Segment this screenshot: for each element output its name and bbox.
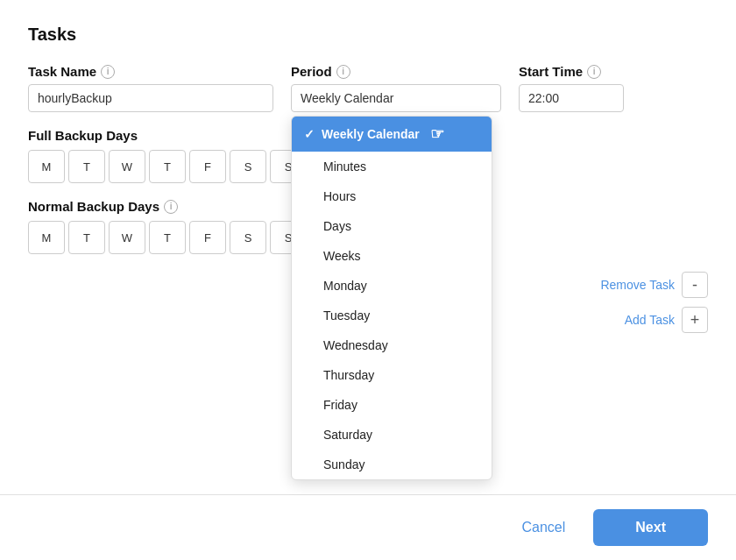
task-name-field: Task Name i — [28, 64, 273, 112]
dropdown-item-days[interactable]: Days — [292, 211, 492, 241]
full-backup-day-thu[interactable]: T — [149, 150, 186, 183]
start-time-input[interactable] — [519, 84, 624, 112]
period-selected-value: Weekly Calendar — [301, 91, 393, 105]
dropdown-item-thursday[interactable]: Thursday — [292, 360, 492, 390]
normal-backup-day-thu[interactable]: T — [149, 221, 186, 254]
add-task-label[interactable]: Add Task — [625, 313, 675, 327]
footer: Cancel Next — [0, 494, 736, 560]
dropdown-item-weekly-calendar[interactable]: ✓ Weekly Calendar ☞ — [292, 117, 492, 152]
normal-backup-day-mon[interactable]: M — [28, 221, 65, 254]
start-time-info-icon[interactable]: i — [587, 65, 601, 79]
full-backup-day-tue[interactable]: T — [68, 150, 105, 183]
full-backup-day-fri[interactable]: F — [189, 150, 226, 183]
page-title: Tasks — [28, 25, 708, 45]
period-dropdown-wrapper: Weekly Calendar ✓ Weekly Calendar ☞ Minu… — [291, 84, 501, 112]
dropdown-item-tuesday[interactable]: Tuesday — [292, 301, 492, 330]
start-time-label: Start Time i — [519, 64, 624, 79]
normal-backup-day-wed[interactable]: W — [109, 221, 145, 254]
period-info-icon[interactable]: i — [336, 65, 350, 79]
period-select[interactable]: Weekly Calendar — [291, 84, 501, 112]
normal-backup-day-fri[interactable]: F — [189, 221, 226, 254]
task-actions: Remove Task - Add Task + — [600, 272, 708, 333]
task-name-label: Task Name i — [28, 64, 273, 79]
normal-backup-info-icon[interactable]: i — [164, 200, 178, 214]
start-time-field: Start Time i — [519, 64, 624, 112]
next-button[interactable]: Next — [593, 509, 708, 546]
task-name-info-icon[interactable]: i — [101, 65, 115, 79]
full-backup-day-mon[interactable]: M — [28, 150, 65, 183]
full-backup-day-sat[interactable]: S — [230, 150, 266, 183]
remove-task-button[interactable]: - — [682, 272, 708, 298]
task-name-input[interactable] — [28, 84, 273, 112]
dropdown-item-weeks[interactable]: Weeks — [292, 241, 492, 271]
cursor-icon: ☞ — [430, 124, 444, 144]
cancel-button[interactable]: Cancel — [508, 509, 580, 546]
period-field: Period i Weekly Calendar ✓ Weekly Calend… — [291, 64, 501, 112]
normal-backup-day-tue[interactable]: T — [68, 221, 105, 254]
add-task-button[interactable]: + — [682, 307, 708, 333]
dropdown-item-sunday[interactable]: Sunday — [292, 450, 492, 479]
add-task-row: Add Task + — [625, 307, 708, 333]
period-label: Period i — [291, 64, 501, 79]
dropdown-item-minutes[interactable]: Minutes — [292, 152, 492, 181]
dropdown-item-wednesday[interactable]: Wednesday — [292, 330, 492, 360]
remove-task-row: Remove Task - — [600, 272, 708, 298]
checkmark-icon: ✓ — [304, 127, 315, 141]
dropdown-item-monday[interactable]: Monday — [292, 271, 492, 301]
normal-backup-day-sat[interactable]: S — [230, 221, 266, 254]
full-backup-day-wed[interactable]: W — [109, 150, 145, 183]
remove-task-label[interactable]: Remove Task — [600, 278, 675, 292]
dropdown-item-hours[interactable]: Hours — [292, 181, 492, 211]
dropdown-item-saturday[interactable]: Saturday — [292, 420, 492, 450]
period-dropdown-menu: ✓ Weekly Calendar ☞ Minutes Hours Days W… — [291, 116, 492, 480]
dropdown-item-friday[interactable]: Friday — [292, 390, 492, 420]
